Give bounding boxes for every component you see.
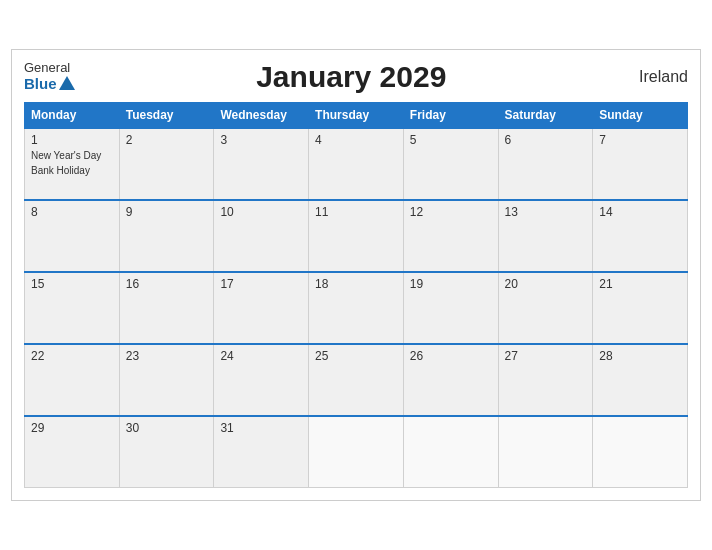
day-number: 10 bbox=[220, 205, 302, 219]
day-number: 30 bbox=[126, 421, 208, 435]
calendar-cell: 31 bbox=[214, 416, 309, 488]
day-number: 20 bbox=[505, 277, 587, 291]
day-number: 8 bbox=[31, 205, 113, 219]
day-number: 3 bbox=[220, 133, 302, 147]
weekday-header-sunday: Sunday bbox=[593, 102, 688, 128]
calendar-cell: 14 bbox=[593, 200, 688, 272]
weekday-header-friday: Friday bbox=[403, 102, 498, 128]
calendar-cell bbox=[309, 416, 404, 488]
weekday-header-saturday: Saturday bbox=[498, 102, 593, 128]
day-number: 31 bbox=[220, 421, 302, 435]
calendar-cell: 7 bbox=[593, 128, 688, 200]
day-number: 5 bbox=[410, 133, 492, 147]
day-number: 6 bbox=[505, 133, 587, 147]
calendar-cell: 13 bbox=[498, 200, 593, 272]
day-number: 18 bbox=[315, 277, 397, 291]
calendar-cell: 1New Year's DayBank Holiday bbox=[25, 128, 120, 200]
calendar-cell: 29 bbox=[25, 416, 120, 488]
calendar-cell: 23 bbox=[119, 344, 214, 416]
calendar-cell: 19 bbox=[403, 272, 498, 344]
calendar-cell: 26 bbox=[403, 344, 498, 416]
day-number: 13 bbox=[505, 205, 587, 219]
day-number: 9 bbox=[126, 205, 208, 219]
calendar-cell bbox=[593, 416, 688, 488]
event-label: Bank Holiday bbox=[31, 164, 113, 177]
calendar-cell: 27 bbox=[498, 344, 593, 416]
day-number: 16 bbox=[126, 277, 208, 291]
calendar-cell bbox=[498, 416, 593, 488]
logo-general-text: General bbox=[24, 61, 75, 75]
calendar-cell: 9 bbox=[119, 200, 214, 272]
day-number: 29 bbox=[31, 421, 113, 435]
day-number: 27 bbox=[505, 349, 587, 363]
day-number: 15 bbox=[31, 277, 113, 291]
logo-blue-text: Blue bbox=[24, 76, 57, 93]
calendar-grid: MondayTuesdayWednesdayThursdayFridaySatu… bbox=[24, 102, 688, 489]
day-number: 2 bbox=[126, 133, 208, 147]
weekday-header-wednesday: Wednesday bbox=[214, 102, 309, 128]
calendar-cell: 15 bbox=[25, 272, 120, 344]
calendar-cell: 20 bbox=[498, 272, 593, 344]
calendar-cell: 6 bbox=[498, 128, 593, 200]
day-number: 14 bbox=[599, 205, 681, 219]
week-row-5: 293031 bbox=[25, 416, 688, 488]
week-row-3: 15161718192021 bbox=[25, 272, 688, 344]
logo: General Blue bbox=[24, 61, 75, 92]
calendar-cell: 16 bbox=[119, 272, 214, 344]
calendar-cell: 24 bbox=[214, 344, 309, 416]
week-row-1: 1New Year's DayBank Holiday234567 bbox=[25, 128, 688, 200]
day-number: 19 bbox=[410, 277, 492, 291]
calendar-cell: 10 bbox=[214, 200, 309, 272]
day-number: 17 bbox=[220, 277, 302, 291]
logo-triangle-icon bbox=[59, 76, 75, 90]
calendar-cell: 21 bbox=[593, 272, 688, 344]
weekday-header-thursday: Thursday bbox=[309, 102, 404, 128]
calendar-cell: 8 bbox=[25, 200, 120, 272]
day-number: 11 bbox=[315, 205, 397, 219]
day-number: 28 bbox=[599, 349, 681, 363]
day-number: 26 bbox=[410, 349, 492, 363]
calendar-cell: 4 bbox=[309, 128, 404, 200]
logo-blue-row: Blue bbox=[24, 76, 75, 93]
week-row-2: 891011121314 bbox=[25, 200, 688, 272]
weekday-header-tuesday: Tuesday bbox=[119, 102, 214, 128]
day-number: 25 bbox=[315, 349, 397, 363]
day-number: 23 bbox=[126, 349, 208, 363]
day-number: 24 bbox=[220, 349, 302, 363]
weekday-header-monday: Monday bbox=[25, 102, 120, 128]
day-number: 22 bbox=[31, 349, 113, 363]
day-number: 4 bbox=[315, 133, 397, 147]
day-number: 21 bbox=[599, 277, 681, 291]
week-row-4: 22232425262728 bbox=[25, 344, 688, 416]
day-number: 1 bbox=[31, 133, 113, 147]
day-number: 7 bbox=[599, 133, 681, 147]
calendar-cell: 25 bbox=[309, 344, 404, 416]
calendar-cell: 30 bbox=[119, 416, 214, 488]
calendar-container: General Blue January 2029 Ireland Monday… bbox=[11, 49, 701, 502]
calendar-header: General Blue January 2029 Ireland bbox=[24, 60, 688, 94]
calendar-cell: 12 bbox=[403, 200, 498, 272]
calendar-cell: 5 bbox=[403, 128, 498, 200]
calendar-cell: 22 bbox=[25, 344, 120, 416]
calendar-cell: 3 bbox=[214, 128, 309, 200]
event-label: New Year's Day bbox=[31, 149, 113, 162]
calendar-country: Ireland bbox=[628, 68, 688, 86]
calendar-title: January 2029 bbox=[75, 60, 628, 94]
calendar-cell bbox=[403, 416, 498, 488]
calendar-cell: 2 bbox=[119, 128, 214, 200]
calendar-cell: 17 bbox=[214, 272, 309, 344]
weekday-header-row: MondayTuesdayWednesdayThursdayFridaySatu… bbox=[25, 102, 688, 128]
calendar-cell: 18 bbox=[309, 272, 404, 344]
calendar-cell: 28 bbox=[593, 344, 688, 416]
calendar-cell: 11 bbox=[309, 200, 404, 272]
day-number: 12 bbox=[410, 205, 492, 219]
